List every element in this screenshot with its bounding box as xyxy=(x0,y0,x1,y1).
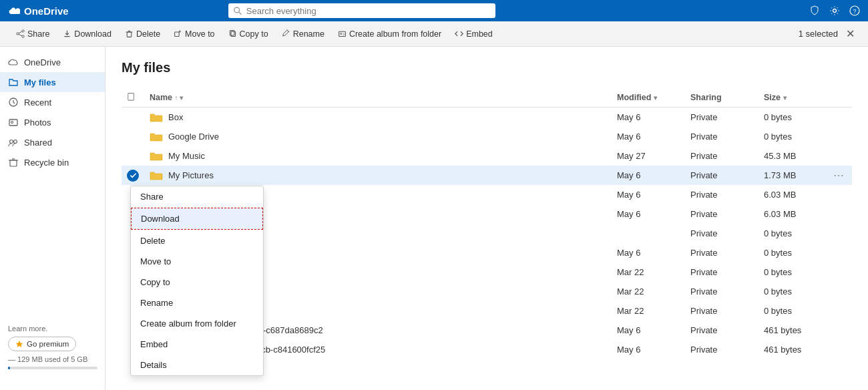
ctx-item-move-to[interactable]: Move to xyxy=(131,251,263,272)
sidebar-label-my-files: My files xyxy=(24,77,56,87)
sidebar-item-recent[interactable]: Recent xyxy=(0,92,105,112)
row-modified: May 6 xyxy=(612,321,685,340)
folder-icon xyxy=(150,151,163,162)
sidebar-label-photos: Photos xyxy=(24,118,51,128)
help-icon[interactable]: ? xyxy=(849,5,860,16)
search-bar[interactable] xyxy=(228,3,495,18)
sidebar-item-shared[interactable]: Shared xyxy=(0,132,105,152)
row-actions: ⋯ xyxy=(825,301,852,321)
row-modified: May 6 xyxy=(612,127,685,146)
storage-bar xyxy=(8,367,97,369)
row-modified: May 6 xyxy=(612,185,685,204)
move-to-button[interactable]: Move to xyxy=(168,27,220,41)
sort-asc-icon: ↑ ▾ xyxy=(175,94,184,102)
row-sharing: Private xyxy=(685,301,758,321)
row-actions: ⋯ xyxy=(825,108,852,128)
row-checkbox[interactable] xyxy=(122,127,144,146)
more-button[interactable]: ⋯ xyxy=(831,170,847,181)
recycle-icon xyxy=(8,157,19,168)
row-name[interactable]: Box xyxy=(144,108,612,128)
sidebar-item-photos[interactable]: Photos xyxy=(0,112,105,132)
ctx-item-delete[interactable]: Delete xyxy=(131,230,263,251)
share-button[interactable]: Share xyxy=(11,27,55,41)
deselect-button[interactable]: ✕ xyxy=(843,27,857,40)
storage-fill xyxy=(8,367,10,369)
rename-button[interactable]: Rename xyxy=(276,27,330,41)
folder-icon xyxy=(150,170,163,181)
svg-rect-23 xyxy=(10,160,17,166)
row-size: 0 bytes xyxy=(758,243,825,262)
cloud-icon xyxy=(8,57,19,67)
embed-button[interactable]: Embed xyxy=(449,27,498,41)
ctx-item-rename[interactable]: Rename xyxy=(131,292,263,313)
ctx-item-share[interactable]: Share xyxy=(131,186,263,207)
download-button[interactable]: Download xyxy=(57,27,117,41)
sidebar-item-onedrive[interactable]: OneDrive xyxy=(0,52,105,72)
row-actions: ⋯ xyxy=(825,204,852,224)
row-checkbox[interactable] xyxy=(122,108,144,128)
size-sort-icon: ▾ xyxy=(783,94,787,102)
search-input[interactable] xyxy=(246,6,491,16)
table-row[interactable]: My Music May 27 Private 45.3 MB ⋯ xyxy=(122,146,852,166)
sidebar-label-shared: Shared xyxy=(24,138,52,148)
svg-point-22 xyxy=(14,140,17,144)
defender-icon[interactable] xyxy=(809,5,820,16)
folder-icon xyxy=(150,112,163,123)
embed-icon xyxy=(455,29,463,38)
copy-to-button[interactable]: Copy to xyxy=(223,27,274,41)
delete-button[interactable]: Delete xyxy=(120,27,166,41)
row-actions: ⋯ xyxy=(825,166,852,185)
create-album-button[interactable]: Create album from folder xyxy=(333,27,447,41)
ctx-item-copy-to[interactable]: Copy to xyxy=(131,272,263,292)
ctx-item-download[interactable]: Download xyxy=(131,208,263,230)
ctx-item-embed[interactable]: Embed xyxy=(131,334,263,355)
row-name[interactable]: My Music xyxy=(144,146,612,166)
row-name[interactable]: My Pictures xyxy=(144,166,612,185)
ctx-item-create-album[interactable]: Create album from folder xyxy=(131,313,263,334)
svg-rect-15 xyxy=(230,31,234,35)
col-size[interactable]: Size ▾ xyxy=(758,87,825,108)
search-icon xyxy=(234,7,242,15)
learn-more-link[interactable]: Learn more. xyxy=(8,325,97,333)
ctx-item-details[interactable]: Details xyxy=(131,355,263,375)
row-size: 45.3 MB xyxy=(758,146,825,166)
sidebar-label-recent: Recent xyxy=(24,98,51,108)
table-row[interactable]: My Pictures May 6 Private 1.73 MB ⋯ xyxy=(122,166,852,185)
topbar: OneDrive ? xyxy=(0,0,868,21)
row-sharing: Private xyxy=(685,282,758,301)
sidebar-item-recycle-bin[interactable]: Recycle bin xyxy=(0,152,105,172)
svg-line-9 xyxy=(19,34,22,35)
album-icon xyxy=(338,29,347,38)
row-size: 6.03 MB xyxy=(758,185,825,204)
col-modified[interactable]: Modified ▾ xyxy=(612,87,685,108)
row-checkbox[interactable] xyxy=(122,166,144,185)
row-sharing: Private xyxy=(685,108,758,128)
table-row[interactable]: Box May 6 Private 0 bytes ⋯ xyxy=(122,108,852,128)
move-icon xyxy=(174,29,182,38)
row-checkbox[interactable] xyxy=(122,146,144,166)
row-size: 0 bytes xyxy=(758,282,825,301)
file-thumb-icon xyxy=(127,91,136,101)
sidebar-item-my-files[interactable]: My files xyxy=(0,72,105,92)
app-logo[interactable]: OneDrive xyxy=(8,5,69,17)
svg-rect-19 xyxy=(9,120,17,126)
col-actions xyxy=(825,87,852,108)
row-modified xyxy=(612,224,685,243)
mod-sort-icon: ▾ xyxy=(654,94,657,102)
share-icon xyxy=(16,29,25,38)
row-name[interactable]: Google Drive xyxy=(144,127,612,146)
premium-icon xyxy=(15,340,23,348)
row-sharing: Private xyxy=(685,127,758,146)
row-modified: May 27 xyxy=(612,146,685,166)
table-row[interactable]: Google Drive May 6 Private 0 bytes ⋯ xyxy=(122,127,852,146)
col-name[interactable]: Name ↑ ▾ xyxy=(144,87,612,108)
sidebar-label-recycle-bin: Recycle bin xyxy=(24,158,69,168)
row-actions: ⋯ xyxy=(825,282,852,301)
row-modified: May 6 xyxy=(612,166,685,185)
go-premium-button[interactable]: Go premium xyxy=(8,337,76,351)
row-modified: May 6 xyxy=(612,204,685,224)
settings-icon[interactable] xyxy=(829,5,840,16)
svg-point-7 xyxy=(17,33,19,35)
row-modified: Mar 22 xyxy=(612,301,685,321)
row-sharing: Private xyxy=(685,146,758,166)
